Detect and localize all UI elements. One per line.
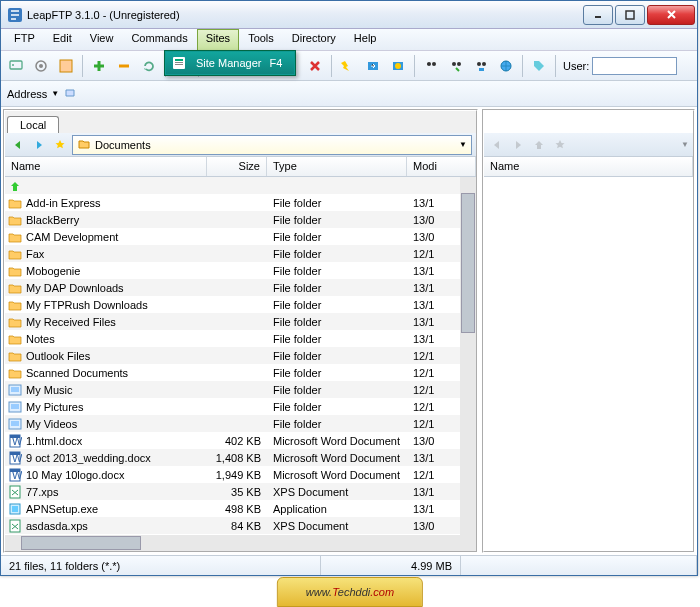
sys-icon — [7, 416, 23, 432]
col-modi[interactable]: Modi — [407, 157, 476, 176]
nav-fav-icon[interactable] — [51, 136, 69, 154]
svg-rect-6 — [175, 64, 183, 65]
list-item[interactable]: MobogenieFile folder13/1 — [5, 262, 476, 279]
r-col-name[interactable]: Name — [484, 157, 693, 176]
svg-point-21 — [477, 62, 481, 66]
sites-dropdown: Site Manager F4 — [164, 50, 296, 76]
list-item[interactable]: 77.xps35 KBXPS Document13/1 — [5, 483, 476, 500]
svg-rect-23 — [479, 68, 484, 71]
col-name[interactable]: Name — [5, 157, 207, 176]
address-bar: Address ▼ — [1, 81, 697, 107]
menu-tools[interactable]: Tools — [239, 29, 283, 50]
address-dropdown-icon[interactable]: ▼ — [51, 89, 59, 98]
list-item[interactable]: My PicturesFile folder12/1 — [5, 398, 476, 415]
list-item[interactable]: My MusicFile folder12/1 — [5, 381, 476, 398]
menu-view[interactable]: View — [81, 29, 123, 50]
local-hscroll[interactable] — [5, 535, 476, 551]
r-up-icon — [530, 136, 548, 154]
globe-button[interactable] — [495, 55, 517, 77]
list-item[interactable]: APNSetup.exe498 KBApplication13/1 — [5, 500, 476, 517]
menu-ftp[interactable]: FTP — [5, 29, 44, 50]
sys-icon — [7, 382, 23, 398]
svg-rect-11 — [60, 60, 72, 72]
menu-help[interactable]: Help — [345, 29, 386, 50]
list-item[interactable]: Outlook FilesFile folder12/1 — [5, 347, 476, 364]
list-item[interactable]: W9 oct 2013_wedding.docx1,408 KBMicrosof… — [5, 449, 476, 466]
list-item[interactable]: CAM DevelopmentFile folder13/0 — [5, 228, 476, 245]
folder-icon — [77, 137, 91, 153]
minimize-button[interactable] — [583, 5, 613, 25]
filter-button[interactable] — [470, 55, 492, 77]
remote-nav: ▼ — [484, 133, 693, 157]
site-manager-shortcut: F4 — [269, 57, 282, 69]
list-item[interactable]: W1.html.docx402 KBMicrosoft Word Documen… — [5, 432, 476, 449]
nav-back-icon[interactable] — [9, 136, 27, 154]
toolbar: User: — [1, 51, 697, 81]
list-item[interactable]: My DAP DownloadsFile folder13/1 — [5, 279, 476, 296]
site-manager-item[interactable]: Site Manager F4 — [166, 52, 294, 74]
folder-icon — [7, 212, 23, 228]
r-fav-icon — [551, 136, 569, 154]
folder-icon — [7, 331, 23, 347]
nav-fwd-icon[interactable] — [30, 136, 48, 154]
local-list[interactable]: Add-in ExpressFile folder13/1BlackBerryF… — [5, 177, 476, 535]
bookmark-icon[interactable] — [63, 86, 77, 102]
local-vscroll[interactable] — [460, 177, 476, 535]
add-button[interactable] — [88, 55, 110, 77]
window-title: LeapFTP 3.1.0 - (Unregistered) — [27, 9, 583, 21]
list-item[interactable]: NotesFile folder13/1 — [5, 330, 476, 347]
transfer-button[interactable] — [337, 55, 359, 77]
list-item[interactable]: FaxFile folder12/1 — [5, 245, 476, 262]
connect-button[interactable] — [5, 55, 27, 77]
list-item[interactable] — [5, 177, 476, 194]
menu-sites[interactable]: Sites — [197, 29, 239, 50]
refresh-button[interactable] — [138, 55, 160, 77]
titlebar: LeapFTP 3.1.0 - (Unregistered) — [1, 1, 697, 29]
site-manager-label: Site Manager — [196, 57, 261, 69]
site-manager-icon — [170, 54, 188, 72]
folder-icon — [7, 348, 23, 364]
folder-icon — [7, 195, 23, 211]
local-path-box[interactable]: Documents ▼ — [72, 135, 472, 155]
remote-columns: Name — [484, 157, 693, 177]
svg-text:W: W — [12, 435, 22, 447]
remote-list — [484, 177, 693, 551]
user-input[interactable] — [592, 57, 677, 75]
menu-edit[interactable]: Edit — [44, 29, 81, 50]
r-back-icon — [488, 136, 506, 154]
remove-button[interactable] — [113, 55, 135, 77]
findnext-button[interactable] — [445, 55, 467, 77]
local-columns: Name Size Type Modi — [5, 157, 476, 177]
svg-point-20 — [457, 62, 461, 66]
find-button[interactable] — [420, 55, 442, 77]
col-type[interactable]: Type — [267, 157, 407, 176]
list-item[interactable]: BlackBerryFile folder13/0 — [5, 211, 476, 228]
close-button[interactable] — [647, 5, 695, 25]
path-dropdown-icon[interactable]: ▼ — [459, 140, 467, 149]
col-size[interactable]: Size — [207, 157, 267, 176]
local-tab[interactable]: Local — [7, 116, 59, 133]
svg-text:W: W — [12, 469, 22, 481]
list-item[interactable]: asdasda.xps84 KBXPS Document13/0 — [5, 517, 476, 534]
abort-button[interactable] — [387, 55, 409, 77]
list-item[interactable]: W10 May 10logo.docx1,949 KBMicrosoft Wor… — [5, 466, 476, 483]
maximize-button[interactable] — [615, 5, 645, 25]
menu-directory[interactable]: Directory — [283, 29, 345, 50]
svg-rect-26 — [11, 387, 19, 392]
svg-rect-42 — [12, 506, 18, 512]
list-item[interactable]: My VideosFile folder12/1 — [5, 415, 476, 432]
settings-button[interactable] — [30, 55, 52, 77]
queue-button[interactable] — [362, 55, 384, 77]
delete-button[interactable] — [304, 55, 326, 77]
tag-button[interactable] — [528, 55, 550, 77]
list-item[interactable]: My FTPRush DownloadsFile folder13/1 — [5, 296, 476, 313]
r-fwd-icon — [509, 136, 527, 154]
list-item[interactable]: My Received FilesFile folder13/1 — [5, 313, 476, 330]
menu-commands[interactable]: Commands — [122, 29, 196, 50]
svg-rect-30 — [11, 421, 19, 426]
log-button[interactable] — [55, 55, 77, 77]
xps-icon — [7, 484, 23, 500]
exe-icon — [7, 501, 23, 517]
list-item[interactable]: Add-in ExpressFile folder13/1 — [5, 194, 476, 211]
list-item[interactable]: Scanned DocumentsFile folder12/1 — [5, 364, 476, 381]
